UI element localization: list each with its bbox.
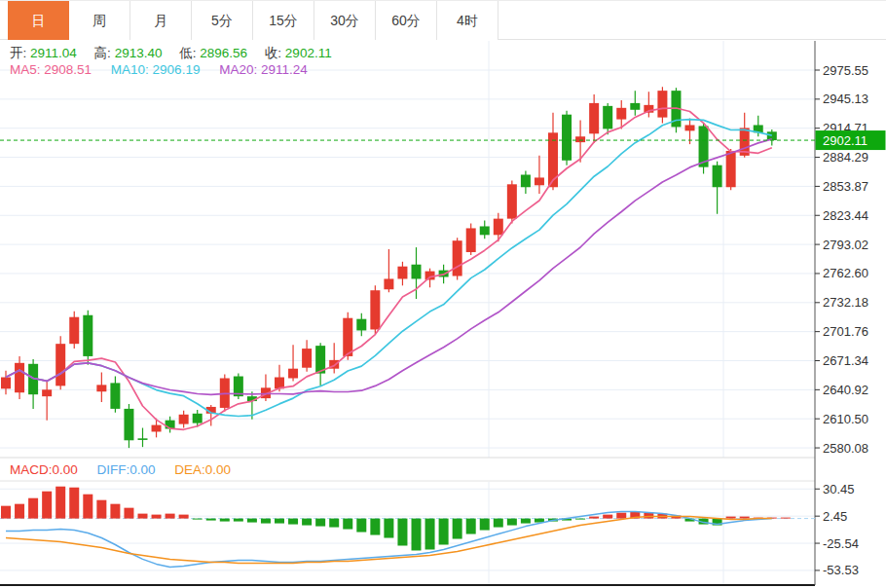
dea-value-label: DEA:0.00 xyxy=(174,462,231,477)
ma20-legend: MA20: 2911.24 xyxy=(219,62,308,77)
candle-body xyxy=(179,415,189,424)
price-tick-label: 2853.87 xyxy=(823,179,868,194)
candle-body xyxy=(480,226,490,235)
macd-bar xyxy=(384,519,393,538)
macd-bar xyxy=(166,514,175,519)
candle-body xyxy=(55,344,65,386)
macd-bar xyxy=(343,519,352,530)
macd-bar xyxy=(329,519,339,528)
macd-bar xyxy=(480,519,490,531)
macd-bar xyxy=(302,519,312,526)
macd-bar xyxy=(494,519,503,528)
macd-bar xyxy=(370,519,380,535)
tab-30分[interactable]: 30分 xyxy=(314,1,376,40)
price-tick-label: 2975.55 xyxy=(823,63,868,78)
candle-body xyxy=(193,414,203,423)
tab-4时[interactable]: 4时 xyxy=(437,1,498,40)
candle-body xyxy=(425,272,435,280)
macd-bar xyxy=(740,517,750,519)
price-tick-label: 2610.50 xyxy=(823,412,868,426)
tab-5分[interactable]: 5分 xyxy=(192,1,253,40)
candle-body xyxy=(124,409,133,440)
macd-bar xyxy=(726,517,736,519)
price-tick-label: 2640.92 xyxy=(823,383,868,397)
candle-body xyxy=(657,91,667,117)
ma10-legend: MA10: 2906.19 xyxy=(111,62,201,77)
tab-15分[interactable]: 15分 xyxy=(253,1,314,40)
macd-bar xyxy=(521,519,531,524)
macd-bar xyxy=(315,519,325,527)
macd-bar xyxy=(83,495,92,519)
macd-tick-label: -25.54 xyxy=(823,536,859,551)
macd-bar xyxy=(507,519,517,526)
price-tick-label: 2762.60 xyxy=(823,266,868,280)
macd-bar xyxy=(397,519,407,546)
diff-value-label: DIFF:0.00 xyxy=(97,462,156,477)
candle-body xyxy=(288,369,298,379)
macd-value-label: MACD:0.00 xyxy=(10,462,78,477)
macd-bar xyxy=(42,492,52,519)
candle-body xyxy=(767,131,777,140)
candle-body xyxy=(453,240,462,276)
macd-bar xyxy=(288,519,298,525)
macd-bar xyxy=(781,518,791,519)
macd-bar xyxy=(193,519,203,520)
candle-body xyxy=(356,319,366,331)
tab-月[interactable]: 月 xyxy=(130,1,192,40)
macd-bar xyxy=(138,514,148,519)
candle-body xyxy=(521,174,531,187)
candle-body xyxy=(589,103,599,133)
macd-bar xyxy=(275,519,284,524)
macd-bar xyxy=(15,504,24,519)
macd-bar xyxy=(234,519,243,522)
macd-bar xyxy=(603,515,612,519)
macd-bar xyxy=(616,513,626,519)
current-price-badge-label: 2902.11 xyxy=(823,133,868,148)
tab-60分[interactable]: 60分 xyxy=(376,1,437,40)
candle-body xyxy=(548,132,558,187)
price-tick-label: 2884.29 xyxy=(823,150,868,165)
open-label: 开: xyxy=(10,46,26,60)
macd-bar xyxy=(1,506,11,519)
high-label: 高: xyxy=(94,46,111,60)
candle-body xyxy=(69,317,79,344)
macd-bar xyxy=(206,519,216,521)
price-tick-label: 2671.34 xyxy=(823,353,868,368)
price-tick-label: 2732.18 xyxy=(823,295,868,310)
candle-body xyxy=(494,219,503,236)
high-value: 2913.40 xyxy=(115,46,163,60)
macd-legend: MACD:0.00 DIFF:0.00 DEA:0.00 xyxy=(10,462,231,477)
ohlc-legend: 开: 2911.04 高: 2913.40 低: 2896.56 收: 2902… xyxy=(10,45,346,62)
macd-bar xyxy=(453,519,462,539)
macd-bar xyxy=(412,519,422,551)
macd-bar xyxy=(28,498,38,519)
macd-tick-label: -53.53 xyxy=(823,563,859,577)
macd-bar xyxy=(439,519,449,545)
candle-body xyxy=(110,383,120,408)
macd-bar xyxy=(55,487,65,519)
candle-body xyxy=(616,108,626,120)
ma-legend: MA5: 2908.51 MA10: 2906.19 MA20: 2911.24 xyxy=(10,62,308,77)
candle-body xyxy=(96,385,106,391)
macd-tick-label: 30.45 xyxy=(823,482,855,496)
candle-body xyxy=(370,290,380,329)
candle-body xyxy=(412,265,422,279)
candle-body xyxy=(713,165,722,188)
macd-bar xyxy=(69,488,79,519)
macd-bar xyxy=(589,517,599,519)
ma5-legend: MA5: 2908.51 xyxy=(10,62,92,77)
macd-bar xyxy=(96,500,106,519)
candle-body xyxy=(535,177,544,185)
macd-bar xyxy=(179,515,189,519)
low-value: 2896.56 xyxy=(200,46,247,60)
macd-tick-label: 2.45 xyxy=(823,509,847,524)
candle-body xyxy=(562,115,572,161)
tab-日[interactable]: 日 xyxy=(8,1,69,40)
candle-body xyxy=(685,125,695,130)
macd-bar xyxy=(110,504,120,519)
kline-chart-canvas[interactable]: 2975.552945.132914.712884.292853.872823.… xyxy=(0,0,886,588)
low-label: 低: xyxy=(179,46,196,60)
tab-周[interactable]: 周 xyxy=(69,1,130,40)
candle-body xyxy=(466,228,476,252)
candle-body xyxy=(726,151,736,187)
